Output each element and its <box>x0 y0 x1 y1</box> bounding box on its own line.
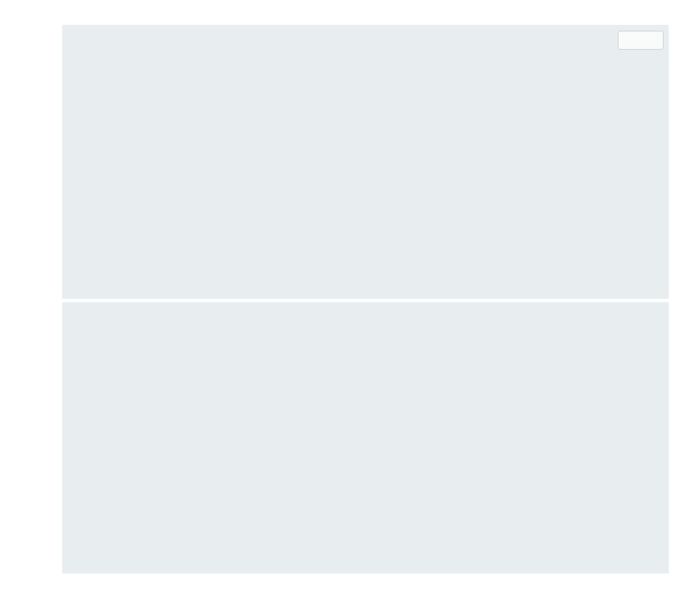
chart-figure <box>0 0 676 616</box>
legend <box>618 31 664 50</box>
legend-line-icon <box>626 39 649 41</box>
axes-absolute-change <box>62 302 669 573</box>
axes-economic-capital-ratio <box>62 25 669 299</box>
